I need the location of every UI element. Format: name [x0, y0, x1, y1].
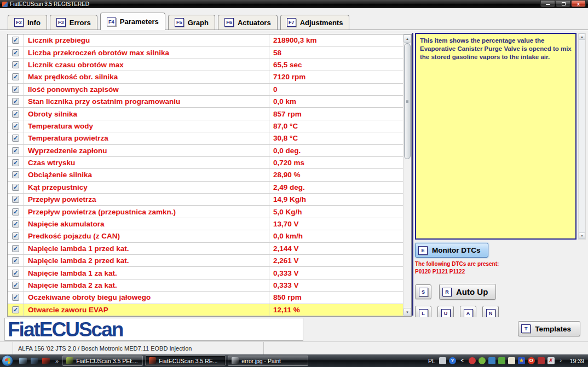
parameter-row[interactable]: ✓Licznik czasu obrotów max65,5 sec	[8, 59, 403, 71]
parameter-checkbox[interactable]: ✓	[12, 171, 19, 178]
parameter-value: 7120 rpm	[269, 71, 403, 83]
quick-launch-more-icon[interactable]: »	[55, 358, 59, 364]
photo-viewer-icon[interactable]	[508, 357, 515, 364]
start-button[interactable]	[2, 355, 13, 366]
parameter-checkbox[interactable]: ✓	[12, 123, 19, 130]
parameter-row[interactable]: ✓Predkość pojazdu (z CAN)0,0 km/h	[8, 230, 403, 242]
parameter-checkbox[interactable]: ✓	[12, 37, 19, 44]
parameter-checkbox[interactable]: ✓	[12, 61, 19, 68]
parameter-checkbox[interactable]: ✓	[12, 73, 19, 80]
language-indicator[interactable]: PL	[428, 358, 435, 364]
scroll-down-icon[interactable]: ▼	[403, 308, 411, 316]
parameter-checkbox[interactable]: ✓	[12, 98, 19, 105]
parameter-row[interactable]: ✓Przepływ powietrza (przepustnica zamkn.…	[8, 206, 403, 218]
wireless-signal-icon[interactable]	[488, 357, 495, 364]
parameter-checkbox[interactable]: ✓	[12, 245, 19, 252]
parameter-row[interactable]: ✓Kąt przepustnicy2,49 deg.	[8, 182, 403, 194]
parameter-row[interactable]: ✓Temperatura powietrza30,8 °C	[8, 132, 403, 144]
parameter-row[interactable]: ✓Max prędkość obr. silnika7120 rpm	[8, 71, 403, 83]
minimize-button[interactable]	[540, 0, 555, 7]
close-button[interactable]: x	[571, 0, 586, 7]
collapse-arrow-icon[interactable]: <	[459, 357, 466, 364]
parameter-row[interactable]: ✓Otwarcie zaworu EVAP12,11 %	[8, 304, 403, 316]
parameter-checkbox[interactable]: ✓	[12, 135, 19, 142]
parameter-row[interactable]: ✓Napięcie lambda 2 przed kat.2,261 V	[8, 255, 403, 267]
parameter-checkbox[interactable]: ✓	[12, 306, 19, 313]
parameter-row[interactable]: ✓Obroty silnika857 rpm	[8, 108, 403, 120]
taskbar-button-fiatecuscan[interactable]: FiatECUScan 3.5 RE...	[145, 356, 226, 366]
parameter-row[interactable]: ✓Wyprzedzenie zapłonu0,0 deg.	[8, 145, 403, 157]
taskbar-window-buttons: FiatECUScan 3.5 PEŁ...FiatECUScan 3.5 RE…	[62, 356, 308, 366]
parameter-row[interactable]: ✓Ilość ponownych zapisów0	[8, 84, 403, 96]
security-shield-icon[interactable]	[469, 357, 476, 364]
parameter-name: Napięcie akumulatora	[24, 218, 269, 230]
monitor-dtcs-button[interactable]: E Monitor DTCs	[415, 243, 488, 258]
parameter-checkbox[interactable]: ✓	[12, 208, 19, 215]
taskbar-clock[interactable]: 19:39	[570, 358, 584, 364]
parameter-value: 65,5 sec	[269, 59, 403, 71]
parameter-checkbox[interactable]: ✓	[12, 147, 19, 154]
description-scrollbar[interactable]: ▲ ▼	[578, 33, 586, 240]
opera-icon[interactable]: O	[528, 357, 535, 364]
parameter-checkbox[interactable]: ✓	[12, 220, 19, 228]
taskbar: » FiatECUScan 3.5 PEŁ...FiatECUScan 3.5 …	[0, 354, 588, 367]
parameter-value: 0,720 ms	[269, 157, 403, 168]
tab-graph[interactable]: F5Graph	[168, 15, 215, 30]
window-switcher-icon[interactable]	[31, 358, 38, 364]
parameter-checkbox[interactable]: ✓	[12, 257, 19, 264]
parameter-checkbox[interactable]: ✓	[12, 49, 19, 56]
parameter-checkbox[interactable]: ✓	[12, 270, 19, 277]
scrollbar-thumb[interactable]	[404, 43, 411, 159]
scroll-up-icon[interactable]: ▲	[403, 34, 411, 43]
parameter-row[interactable]: ✓Napięcie lambda 1 przed kat.2,144 V	[8, 243, 403, 255]
parameter-row[interactable]: ✓Licznik przebiegu218900,3 km	[8, 34, 403, 46]
keyboard-icon[interactable]	[439, 357, 446, 364]
parameter-row[interactable]: ✓Oczekiwane obroty biegu jałowego850 rpm	[8, 292, 403, 304]
taskbar-button-label: FiatECUScan 3.5 PEŁ...	[76, 358, 138, 364]
auto-up-button[interactable]: R Auto Up	[439, 284, 496, 300]
parameter-checkbox[interactable]: ✓	[12, 294, 19, 301]
messenger-icon[interactable]	[479, 357, 486, 364]
parameter-row[interactable]: ✓Napięcie lambda 1 za kat.0,333 V	[8, 267, 403, 279]
desc-scroll-down-icon[interactable]: ▼	[579, 232, 585, 239]
parameter-checkbox[interactable]: ✓	[12, 196, 19, 203]
parameter-checkbox[interactable]: ✓	[12, 159, 19, 166]
tab-actuators[interactable]: F6Actuators	[218, 15, 278, 30]
parameter-checkbox[interactable]: ✓	[12, 282, 19, 289]
tab-parameters[interactable]: F4Parameters	[100, 13, 165, 30]
parameter-row[interactable]: ✓Czas wtrysku0,720 ms	[8, 157, 403, 169]
status-section-spacer	[264, 342, 588, 354]
opera-quicklaunch-icon[interactable]	[42, 358, 50, 364]
tab-info[interactable]: F2Info	[8, 15, 47, 30]
parameter-checkbox[interactable]: ✓	[12, 184, 19, 191]
table-scrollbar[interactable]: ▲ ▼	[403, 34, 411, 316]
parameter-checkbox[interactable]: ✓	[12, 232, 19, 240]
media-icon[interactable]	[538, 357, 545, 364]
taskbar-button-fiatecuscan-pl[interactable]: FiatECUScan 3.5 PEŁ...	[62, 356, 143, 366]
network-status-icon[interactable]: ✗	[547, 357, 555, 364]
volume-icon[interactable]: ♪	[557, 357, 564, 364]
taskbar-button-paint[interactable]: error.jpg - Paint	[228, 356, 308, 366]
parameter-row[interactable]: ✓Stan licznika przy ostatnim programowan…	[8, 96, 403, 108]
tab-label: Errors	[70, 19, 91, 27]
s-button[interactable]: S	[415, 284, 431, 299]
maximize-button[interactable]	[556, 0, 570, 7]
parameter-value: 28,90 %	[269, 169, 403, 180]
show-desktop-icon[interactable]	[19, 358, 27, 364]
parameter-row[interactable]: ✓Napięcie lambda 2 za kat.0,333 V	[8, 279, 403, 292]
tab-errors[interactable]: F3Errors	[50, 15, 97, 30]
parameter-row[interactable]: ✓Obciążenie silnika28,90 %	[8, 169, 403, 181]
favorites-star-icon[interactable]: ★	[518, 357, 525, 364]
templates-button[interactable]: T Templates	[518, 321, 580, 336]
screen: FiatECUScan 3.5 REGISTERED x F2InfoF3Err…	[0, 0, 588, 367]
parameter-row[interactable]: ✓Temperatura wody87,0 °C	[8, 120, 403, 132]
system-update-icon[interactable]	[498, 357, 505, 364]
parameter-row[interactable]: ✓Przepływ powietrza14,9 Kg/h	[8, 194, 403, 206]
parameter-row[interactable]: ✓Liczba przekroczeń obrotów max silnika5…	[8, 46, 403, 59]
parameter-row[interactable]: ✓Napięcie akumulatora13,70 V	[8, 218, 403, 230]
help-icon[interactable]: ?	[449, 357, 456, 364]
parameter-checkbox[interactable]: ✓	[12, 110, 19, 118]
parameter-checkbox[interactable]: ✓	[12, 86, 19, 93]
desc-scroll-up-icon[interactable]: ▲	[579, 33, 585, 40]
tab-adjustments[interactable]: F7Adjustments	[280, 15, 350, 30]
